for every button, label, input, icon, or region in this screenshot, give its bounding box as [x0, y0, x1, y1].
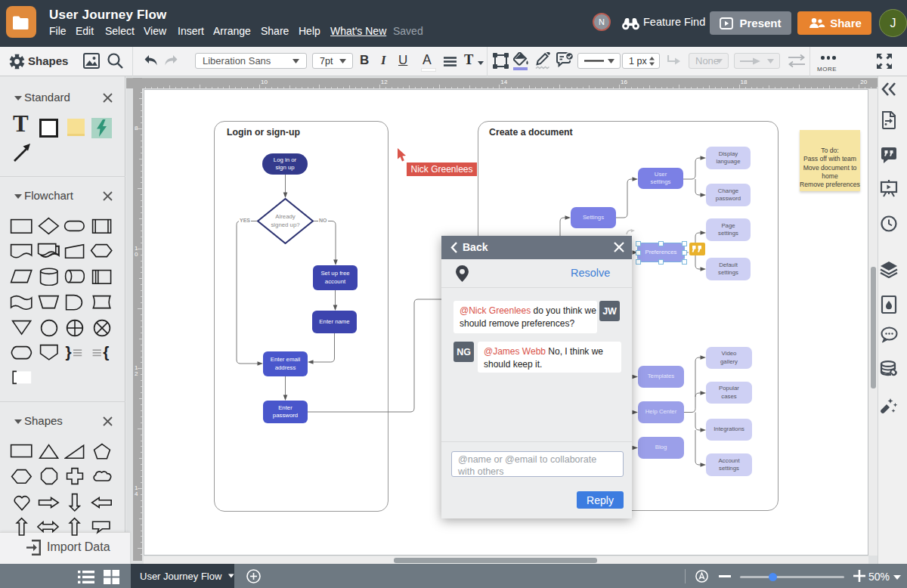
svg-text:{: {	[103, 345, 109, 361]
svg-text:}: }	[65, 345, 71, 361]
